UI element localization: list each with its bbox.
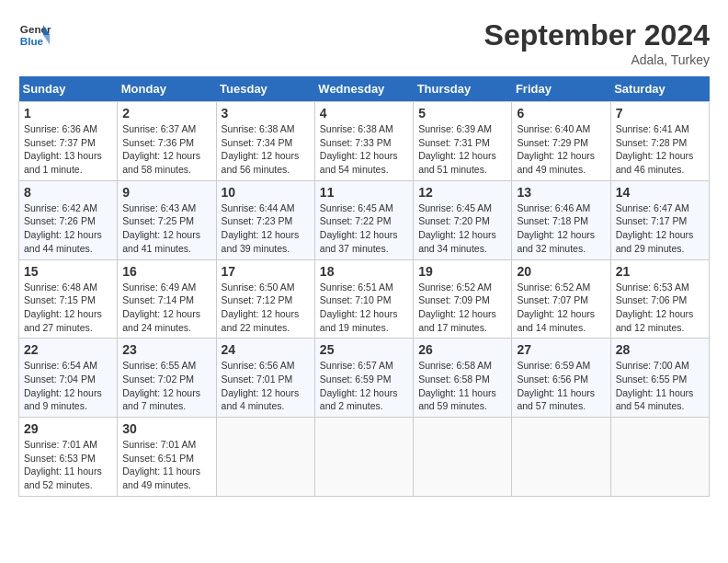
calendar-table: Sunday Monday Tuesday Wednesday Thursday… [18,76,710,497]
calendar-cell [512,418,610,497]
logo-icon: General Blue [18,18,51,52]
svg-marker-3 [43,35,50,45]
day-info: Sunrise: 6:40 AMSunset: 7:29 PMDaylight:… [517,122,605,177]
calendar-row-5: 29Sunrise: 7:01 AMSunset: 6:53 PMDayligh… [19,418,710,497]
header: General Blue September 2024 Adala, Turke… [18,18,710,67]
calendar-cell: 27Sunrise: 6:59 AMSunset: 6:56 PMDayligh… [512,339,610,418]
day-info: Sunrise: 6:52 AMSunset: 7:09 PMDaylight:… [418,281,506,335]
day-info: Sunrise: 6:45 AMSunset: 7:22 PMDaylight:… [320,201,408,256]
location-subtitle: Adala, Turkey [484,52,710,67]
day-number: 4 [320,106,408,121]
day-info: Sunrise: 6:48 AMSunset: 7:15 PMDaylight:… [24,281,112,335]
day-number: 23 [122,342,210,357]
day-info: Sunrise: 6:42 AMSunset: 7:26 PMDaylight:… [24,201,112,256]
calendar-cell: 2Sunrise: 6:37 AMSunset: 7:36 PMDaylight… [118,102,216,181]
day-info: Sunrise: 6:47 AMSunset: 7:17 PMDaylight:… [616,201,704,256]
calendar-cell: 25Sunrise: 6:57 AMSunset: 6:59 PMDayligh… [314,339,413,418]
day-number: 24 [222,342,310,357]
calendar-cell: 9Sunrise: 6:43 AMSunset: 7:25 PMDaylight… [118,180,216,259]
header-saturday: Saturday [610,76,709,102]
calendar-row-1: 1Sunrise: 6:36 AMSunset: 7:37 PMDaylight… [19,102,710,181]
calendar-cell: 6Sunrise: 6:40 AMSunset: 7:29 PMDaylight… [512,102,610,181]
day-info: Sunrise: 6:41 AMSunset: 7:28 PMDaylight:… [616,122,704,177]
calendar-cell: 4Sunrise: 6:38 AMSunset: 7:33 PMDaylight… [314,102,413,181]
day-number: 11 [320,185,408,200]
header-tuesday: Tuesday [216,76,314,102]
day-info: Sunrise: 6:46 AMSunset: 7:18 PMDaylight:… [517,201,605,256]
day-info: Sunrise: 6:38 AMSunset: 7:33 PMDaylight:… [320,122,408,177]
calendar-cell: 28Sunrise: 7:00 AMSunset: 6:55 PMDayligh… [610,339,709,418]
calendar-cell: 19Sunrise: 6:52 AMSunset: 7:09 PMDayligh… [414,259,512,339]
calendar-cell [314,418,413,497]
day-info: Sunrise: 6:44 AMSunset: 7:23 PMDaylight:… [222,201,310,256]
day-number: 28 [616,342,704,357]
calendar-cell: 15Sunrise: 6:48 AMSunset: 7:15 PMDayligh… [19,259,118,339]
header-thursday: Thursday [414,76,512,102]
day-info: Sunrise: 6:38 AMSunset: 7:34 PMDaylight:… [222,122,310,177]
day-number: 3 [222,106,310,121]
day-number: 5 [418,106,506,121]
calendar-cell: 7Sunrise: 6:41 AMSunset: 7:28 PMDaylight… [610,102,709,181]
day-number: 7 [616,106,704,121]
calendar-cell [610,418,709,497]
day-info: Sunrise: 6:43 AMSunset: 7:25 PMDaylight:… [122,201,210,256]
day-info: Sunrise: 6:52 AMSunset: 7:07 PMDaylight:… [517,281,605,335]
day-info: Sunrise: 6:53 AMSunset: 7:06 PMDaylight:… [616,281,704,335]
day-info: Sunrise: 6:45 AMSunset: 7:20 PMDaylight:… [418,201,506,256]
day-info: Sunrise: 6:58 AMSunset: 6:58 PMDaylight:… [418,359,506,413]
day-info: Sunrise: 6:49 AMSunset: 7:14 PMDaylight:… [122,281,210,335]
calendar-cell [414,418,512,497]
calendar-cell: 24Sunrise: 6:56 AMSunset: 7:01 PMDayligh… [216,339,314,418]
day-number: 21 [616,264,704,279]
day-number: 27 [517,342,605,357]
header-row: Sunday Monday Tuesday Wednesday Thursday… [19,76,710,102]
calendar-row-3: 15Sunrise: 6:48 AMSunset: 7:15 PMDayligh… [19,259,710,339]
day-number: 25 [320,342,408,357]
day-number: 13 [517,185,605,200]
calendar-cell: 10Sunrise: 6:44 AMSunset: 7:23 PMDayligh… [216,180,314,259]
calendar-row-2: 8Sunrise: 6:42 AMSunset: 7:26 PMDaylight… [19,180,710,259]
day-info: Sunrise: 7:01 AMSunset: 6:51 PMDaylight:… [122,438,210,492]
calendar-cell: 14Sunrise: 6:47 AMSunset: 7:17 PMDayligh… [610,180,709,259]
day-info: Sunrise: 6:57 AMSunset: 6:59 PMDaylight:… [320,359,408,413]
calendar-cell: 21Sunrise: 6:53 AMSunset: 7:06 PMDayligh… [610,259,709,339]
calendar-cell: 16Sunrise: 6:49 AMSunset: 7:14 PMDayligh… [118,259,216,339]
header-friday: Friday [512,76,610,102]
day-number: 15 [24,264,112,279]
day-number: 26 [418,342,506,357]
day-number: 14 [616,185,704,200]
calendar-cell: 8Sunrise: 6:42 AMSunset: 7:26 PMDaylight… [19,180,118,259]
day-number: 17 [222,264,310,279]
logo: General Blue [18,18,51,52]
day-info: Sunrise: 6:55 AMSunset: 7:02 PMDaylight:… [122,359,210,413]
day-number: 10 [222,185,310,200]
day-number: 6 [517,106,605,121]
day-number: 18 [320,264,408,279]
header-sunday: Sunday [19,76,118,102]
calendar-cell: 26Sunrise: 6:58 AMSunset: 6:58 PMDayligh… [414,339,512,418]
calendar-cell: 20Sunrise: 6:52 AMSunset: 7:07 PMDayligh… [512,259,610,339]
day-number: 2 [122,106,210,121]
day-number: 8 [24,185,112,200]
calendar-cell: 18Sunrise: 6:51 AMSunset: 7:10 PMDayligh… [314,259,413,339]
calendar-cell: 5Sunrise: 6:39 AMSunset: 7:31 PMDaylight… [414,102,512,181]
calendar-row-4: 22Sunrise: 6:54 AMSunset: 7:04 PMDayligh… [19,339,710,418]
header-wednesday: Wednesday [314,76,413,102]
day-info: Sunrise: 7:01 AMSunset: 6:53 PMDaylight:… [24,438,112,492]
day-number: 19 [418,264,506,279]
day-number: 16 [122,264,210,279]
day-number: 29 [24,421,112,436]
calendar-cell: 1Sunrise: 6:36 AMSunset: 7:37 PMDaylight… [19,102,118,181]
calendar-body: 1Sunrise: 6:36 AMSunset: 7:37 PMDaylight… [19,102,710,497]
calendar-cell: 23Sunrise: 6:55 AMSunset: 7:02 PMDayligh… [118,339,216,418]
calendar-cell [216,418,314,497]
day-info: Sunrise: 6:51 AMSunset: 7:10 PMDaylight:… [320,281,408,335]
calendar-cell: 17Sunrise: 6:50 AMSunset: 7:12 PMDayligh… [216,259,314,339]
day-number: 1 [24,106,112,121]
calendar-cell: 13Sunrise: 6:46 AMSunset: 7:18 PMDayligh… [512,180,610,259]
month-title: September 2024 [484,18,710,52]
svg-text:Blue: Blue [20,35,44,47]
day-info: Sunrise: 6:54 AMSunset: 7:04 PMDaylight:… [24,359,112,413]
header-monday: Monday [118,76,216,102]
calendar-cell: 12Sunrise: 6:45 AMSunset: 7:20 PMDayligh… [414,180,512,259]
